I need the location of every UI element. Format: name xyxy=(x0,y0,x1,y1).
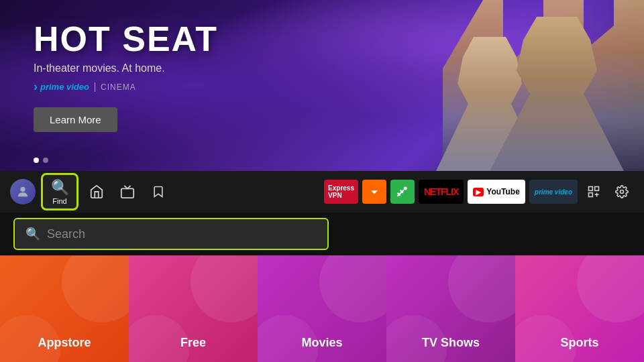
downloader-app[interactable] xyxy=(362,180,386,204)
home-icon xyxy=(89,184,104,199)
navigation-bar: 🔍 Find ExpressVPN xyxy=(0,171,644,213)
category-free-label: Free xyxy=(180,336,206,350)
tv-button[interactable] xyxy=(115,179,140,204)
expressvpn-label: ExpressVPN xyxy=(328,184,354,199)
feedly-app[interactable] xyxy=(390,180,415,204)
category-appstore[interactable]: Appstore xyxy=(0,255,129,362)
hero-title: HOT SEAT xyxy=(34,20,218,58)
find-label: Find xyxy=(52,197,66,205)
grid-icon xyxy=(587,185,600,198)
gear-icon xyxy=(615,185,629,198)
search-section: 🔍 Search xyxy=(0,213,644,255)
hero-dot-1[interactable] xyxy=(34,158,39,163)
prime-video-app[interactable]: prime video xyxy=(529,180,578,204)
search-icon: 🔍 xyxy=(51,179,69,196)
cinema-label: CINEMA xyxy=(95,82,136,92)
hero-banner: HOT SEAT In-theater movies. At home. › p… xyxy=(0,0,644,171)
downloader-icon xyxy=(368,185,381,198)
feedly-icon xyxy=(396,185,409,198)
prime-logo: › prime video xyxy=(34,80,89,94)
settings-button[interactable] xyxy=(610,180,634,204)
svg-point-8 xyxy=(621,190,624,194)
hero-badge: › prime video CINEMA xyxy=(34,80,218,94)
category-sports-label: Sports xyxy=(560,336,598,350)
learn-more-button[interactable]: Learn More xyxy=(34,107,117,132)
prime-video-label: prime video xyxy=(40,82,89,92)
hero-subtitle: In-theater movies. At home. xyxy=(34,62,218,74)
svg-point-2 xyxy=(404,187,407,190)
youtube-play-icon: ▶ xyxy=(473,188,484,196)
svg-rect-4 xyxy=(595,187,599,191)
category-tvshows-label: TV Shows xyxy=(422,336,480,350)
home-button[interactable] xyxy=(84,179,109,204)
category-grid: Appstore Free Movies TV Shows Sports xyxy=(0,255,644,362)
tv-icon xyxy=(120,184,135,199)
youtube-label: YouTube xyxy=(486,187,520,196)
svg-rect-1 xyxy=(121,188,133,198)
bookmark-icon xyxy=(152,184,165,199)
expressvpn-app[interactable]: ExpressVPN xyxy=(324,180,358,204)
search-magnifier-icon: 🔍 xyxy=(25,227,40,241)
category-movies[interactable]: Movies xyxy=(258,255,386,362)
svg-rect-5 xyxy=(589,193,593,197)
netflix-label: NETFLIX xyxy=(424,186,458,197)
prime-arrow-icon: › xyxy=(34,80,38,94)
user-avatar[interactable] xyxy=(10,179,36,204)
bookmark-button[interactable] xyxy=(146,179,171,204)
hero-dots xyxy=(34,158,48,163)
category-tvshows[interactable]: TV Shows xyxy=(386,255,515,362)
youtube-app[interactable]: ▶ YouTube xyxy=(468,180,525,204)
category-free[interactable]: Free xyxy=(129,255,258,362)
hero-content: HOT SEAT In-theater movies. At home. › p… xyxy=(34,20,218,132)
find-button[interactable]: 🔍 Find xyxy=(41,173,78,210)
app-shortcuts: ExpressVPN NETFLIX ▶ YouTube xyxy=(324,180,634,204)
hero-dot-2[interactable] xyxy=(43,158,48,163)
prime-video-app-label: prime video xyxy=(535,188,572,196)
category-sports[interactable]: Sports xyxy=(515,255,644,362)
category-appstore-label: Appstore xyxy=(38,336,91,350)
all-apps-button[interactable] xyxy=(582,180,606,204)
avatar-icon xyxy=(15,184,30,199)
search-box[interactable]: 🔍 Search xyxy=(13,218,329,250)
netflix-app[interactable]: NETFLIX xyxy=(419,180,464,204)
search-input[interactable]: Search xyxy=(47,227,85,241)
category-movies-label: Movies xyxy=(301,336,342,350)
hero-characters xyxy=(322,0,644,171)
svg-point-0 xyxy=(20,187,25,192)
svg-rect-3 xyxy=(589,187,593,191)
